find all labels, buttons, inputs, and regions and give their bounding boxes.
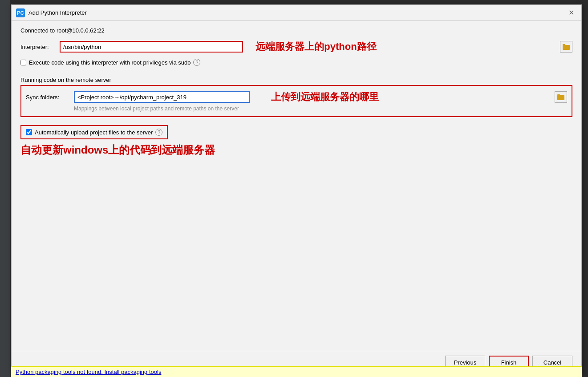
interpreter-row: Interpreter: 远端服务器上的python路径	[20, 40, 572, 53]
running-code-label: Running code on the remote server	[20, 77, 572, 83]
sync-input[interactable]	[74, 91, 250, 103]
svg-rect-3	[557, 94, 560, 96]
dialog-body: Connected to root@10.0.0.62:22 Interpret…	[12, 21, 581, 351]
body-spacer	[20, 162, 572, 345]
sync-label: Sync folders:	[26, 94, 70, 101]
sync-folder-icon	[557, 94, 564, 100]
sudo-row: Execute code using this interpreter with…	[20, 59, 572, 66]
sync-browse-button[interactable]	[555, 91, 567, 103]
interpreter-browse-button[interactable]	[560, 41, 572, 53]
dialog-titlebar: PC Add Python Interpreter ✕	[12, 5, 581, 21]
sudo-checkbox[interactable]	[20, 60, 26, 65]
running-code-section: Running code on the remote server Sync f…	[20, 74, 572, 117]
mappings-hint: Mappings between local project paths and…	[74, 105, 567, 112]
interpreter-input[interactable]	[60, 41, 243, 53]
svg-rect-0	[563, 45, 570, 50]
sudo-label: Execute code using this interpreter with…	[29, 59, 191, 66]
icon-text: PC	[17, 10, 24, 16]
auto-upload-annotation: 自动更新windows上的代码到远端服务器	[20, 143, 572, 157]
sudo-help-icon[interactable]: ?	[193, 59, 200, 66]
auto-upload-checkbox[interactable]	[26, 129, 32, 135]
auto-upload-label: Automatically upload project files to th…	[35, 129, 153, 136]
auto-upload-help-icon[interactable]: ?	[155, 129, 162, 136]
pycharm-icon: PC	[16, 8, 25, 17]
bottom-warning[interactable]: Python packaging tools not found. Instal…	[11, 366, 582, 377]
close-button[interactable]: ✕	[566, 8, 577, 17]
interpreter-annotation: 远端服务器上的python路径	[255, 40, 376, 53]
interpreter-label: Interpreter:	[20, 44, 56, 50]
running-code-box: Sync folders: 上传到远端服务器的哪里 Mappings betwe…	[20, 85, 572, 117]
bottom-warning-text: Python packaging tools not found. Instal…	[16, 369, 161, 375]
folder-icon	[563, 44, 570, 50]
auto-upload-section: Automatically upload project files to th…	[20, 125, 572, 157]
connection-info: Connected to root@10.0.0.62:22	[20, 27, 572, 34]
dialog-title: Add Python Interpreter	[28, 9, 566, 16]
upload-annotation: 上传到远端服务器的哪里	[271, 90, 379, 104]
dialog-window: PC Add Python Interpreter ✕ Connected to…	[11, 4, 582, 374]
ide-left-panel	[0, 0, 10, 377]
svg-rect-1	[563, 44, 565, 45]
sync-folders-row: Sync folders: 上传到远端服务器的哪里	[26, 90, 567, 104]
svg-rect-2	[557, 95, 564, 100]
auto-upload-row: Automatically upload project files to th…	[20, 125, 168, 139]
